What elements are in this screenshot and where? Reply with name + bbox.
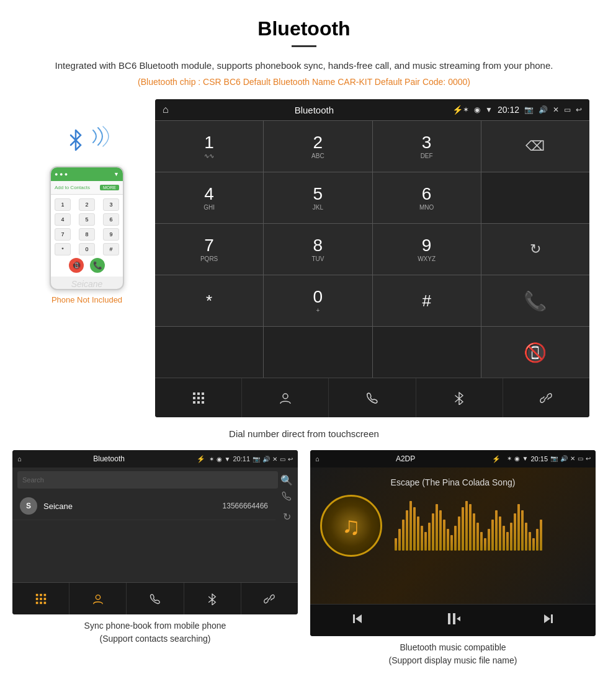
pb-side-phone-icon[interactable] bbox=[281, 490, 292, 505]
hu-key-1[interactable]: 1 ∿∿ bbox=[155, 121, 263, 172]
svg-rect-17 bbox=[40, 601, 42, 604]
svg-rect-10 bbox=[35, 593, 38, 596]
waveform-bar bbox=[409, 501, 412, 551]
ms-album-art: ♫ bbox=[320, 495, 382, 557]
hu-key-6[interactable]: 6 MNO bbox=[373, 172, 481, 223]
hu-key-call-red[interactable]: 📵 bbox=[481, 327, 589, 378]
svg-rect-16 bbox=[35, 601, 38, 604]
hu-key-4[interactable]: 4 GHI bbox=[155, 172, 263, 223]
music-screen: ⌂ A2DP ⚡ ✶ ◉ ▼ 20:15 📷 🔊 ✕ ▭ ↩ Escape (T… bbox=[310, 450, 596, 636]
waveform-bar bbox=[406, 510, 408, 551]
hu-bottom-dialpad[interactable] bbox=[155, 378, 242, 417]
hu-bottom-link[interactable] bbox=[503, 378, 589, 417]
ms-bt-icon: ✶ bbox=[507, 455, 512, 463]
svg-rect-13 bbox=[35, 598, 38, 600]
phonebook-screen: ⌂ Bluetooth ⚡ ✶ ◉ ▼ 20:11 📷 🔊 ✕ ▭ ↩ bbox=[12, 450, 298, 614]
hu-key-0[interactable]: 0 + bbox=[264, 275, 372, 326]
svg-rect-4 bbox=[197, 397, 200, 399]
dial-caption: Dial number direct from touchscreen bbox=[0, 422, 608, 450]
ms-home-icon: ⌂ bbox=[315, 455, 320, 463]
waveform-bar bbox=[424, 532, 427, 551]
ms-cam-icon: 📷 bbox=[550, 455, 558, 463]
description: Integrated with BC6 Bluetooth module, su… bbox=[0, 58, 608, 77]
svg-rect-5 bbox=[202, 397, 204, 399]
ms-controls bbox=[310, 604, 596, 636]
music-caption: Bluetooth music compatible (Support disp… bbox=[310, 636, 596, 670]
ms-statusbar: ⌂ A2DP ⚡ ✶ ◉ ▼ 20:15 📷 🔊 ✕ ▭ ↩ bbox=[310, 450, 596, 467]
waveform-bar bbox=[536, 529, 539, 551]
hu-key-star-num: * bbox=[206, 293, 212, 309]
hu-bottom-contacts[interactable] bbox=[242, 378, 329, 417]
pb-statusbar: ⌂ Bluetooth ⚡ ✶ ◉ ▼ 20:11 📷 🔊 ✕ ▭ ↩ bbox=[12, 450, 298, 467]
pb-bottom-phone[interactable] bbox=[127, 583, 184, 614]
phone-key-2: 2 bbox=[79, 198, 95, 211]
pb-title: Bluetooth bbox=[25, 454, 193, 463]
hu-key-9[interactable]: 9 WXYZ bbox=[373, 224, 481, 275]
waveform-bar bbox=[413, 507, 416, 551]
keypad-row-2: 4 5 6 bbox=[55, 213, 119, 226]
pb-right-icons: ✶ ◉ ▼ 20:11 📷 🔊 ✕ ▭ ↩ bbox=[209, 455, 293, 463]
pb-search-icon[interactable]: 🔍 bbox=[280, 474, 293, 486]
waveform-bar bbox=[432, 513, 434, 551]
waveform-bar bbox=[491, 520, 494, 551]
hu-key-8[interactable]: 8 TUV bbox=[264, 224, 372, 275]
pb-search-box[interactable]: Search bbox=[17, 471, 278, 489]
waveform-bar bbox=[421, 526, 423, 551]
hu-bottom-bluetooth[interactable] bbox=[416, 378, 503, 417]
phone-call: 📞 bbox=[90, 258, 105, 273]
hu-key-2[interactable]: 2 ABC bbox=[264, 121, 372, 172]
pb-bottom-bluetooth[interactable] bbox=[184, 583, 241, 614]
specs-line: (Bluetooth chip : CSR BC6 Default Blueto… bbox=[0, 77, 608, 99]
ms-back-icon: ↩ bbox=[586, 455, 591, 463]
hu-key-star[interactable]: * bbox=[155, 275, 263, 326]
pb-contact-row[interactable]: S Seicane 13566664466 bbox=[12, 492, 275, 520]
hu-key-5[interactable]: 5 JKL bbox=[264, 172, 372, 223]
hu-volume-icon: 🔊 bbox=[539, 105, 548, 114]
hu-key-4-letters: GHI bbox=[203, 204, 215, 211]
hu-key-backspace[interactable]: ⌫ bbox=[481, 121, 589, 172]
hu-key-7[interactable]: 7 PQRS bbox=[155, 224, 263, 275]
svg-rect-22 bbox=[448, 613, 450, 624]
hu-bt-icon: ✶ bbox=[463, 105, 469, 114]
svg-rect-8 bbox=[202, 401, 204, 404]
hu-location-icon: ◉ bbox=[474, 105, 480, 114]
pb-bt-bottom-icon bbox=[207, 593, 217, 605]
hu-key-hash[interactable]: # bbox=[373, 275, 481, 326]
waveform-bar bbox=[417, 516, 419, 551]
hu-key-1-letters: ∿∿ bbox=[204, 153, 214, 159]
phone-key-0: 0 bbox=[79, 243, 95, 255]
waveform-bar bbox=[428, 523, 431, 551]
pb-wifi-icon: ▼ bbox=[225, 456, 231, 463]
waveform-bar bbox=[447, 529, 449, 551]
ms-art-area: ♫ bbox=[320, 495, 586, 557]
hu-key-9-letters: WXYZ bbox=[418, 255, 436, 262]
hu-key-call-green[interactable]: 📞 bbox=[481, 275, 589, 326]
phone-key-1: 1 bbox=[55, 198, 71, 211]
pb-bottombar bbox=[12, 582, 298, 614]
pb-side-refresh-icon[interactable]: ↻ bbox=[283, 511, 291, 523]
hu-key-3-num: 3 bbox=[422, 134, 432, 151]
ms-play-pause-btn[interactable] bbox=[444, 610, 462, 631]
ms-prev-btn[interactable] bbox=[350, 611, 365, 630]
waveform-bar bbox=[473, 513, 475, 551]
hu-key-8-num: 8 bbox=[313, 237, 323, 254]
hu-bottom-phone[interactable] bbox=[329, 378, 416, 417]
waveform-bar bbox=[503, 526, 505, 551]
waveform-bar bbox=[395, 538, 397, 551]
hu-time: 20:12 bbox=[498, 105, 519, 115]
pb-x-icon: ✕ bbox=[272, 456, 277, 463]
svg-rect-21 bbox=[353, 614, 355, 623]
svg-rect-1 bbox=[197, 392, 200, 395]
hu-key-3[interactable]: 3 DEF bbox=[373, 121, 481, 172]
pb-bottom-dialpad[interactable] bbox=[12, 583, 69, 614]
svg-rect-14 bbox=[40, 598, 42, 600]
hu-window-icon: ▭ bbox=[564, 105, 571, 114]
pb-bottom-link[interactable] bbox=[241, 583, 298, 614]
pb-bottom-contacts[interactable] bbox=[69, 583, 127, 614]
ms-next-btn[interactable] bbox=[541, 611, 556, 630]
phone-add-contact: Add to Contacts MORE bbox=[51, 181, 123, 195]
link-icon bbox=[539, 391, 553, 405]
phone-end-call: 📵 bbox=[69, 258, 84, 273]
hu-key-refresh[interactable]: ↻ bbox=[481, 224, 589, 275]
waveform-bar bbox=[454, 526, 457, 551]
